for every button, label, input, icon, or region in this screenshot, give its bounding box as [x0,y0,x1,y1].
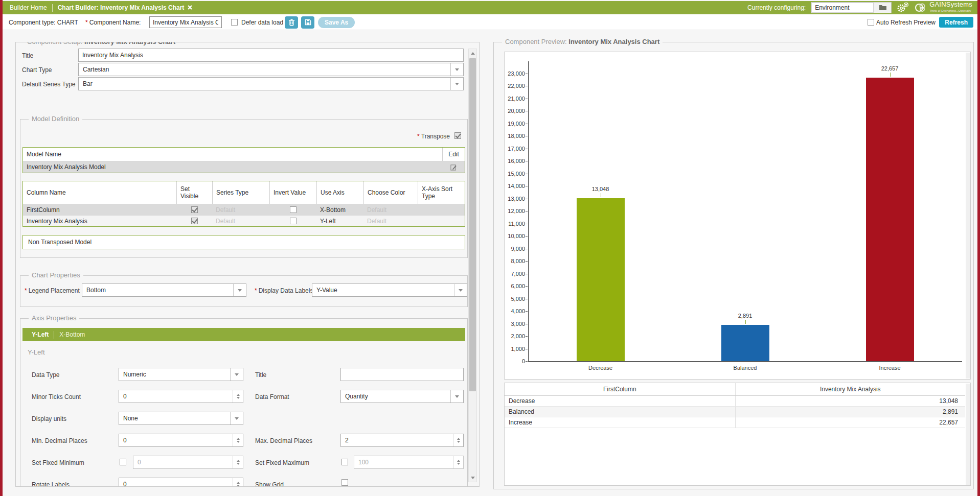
rotate-labels-label: Rotate Labels [32,481,70,487]
chevron-down-icon[interactable] [230,368,243,381]
rotate-labels-stepper[interactable]: 0 [119,478,243,487]
environment-input[interactable] [811,3,874,13]
display-data-labels-select[interactable]: Y-Value [312,284,467,297]
fixed-min-stepper[interactable]: 0 [133,456,243,469]
gainsystems-logo: GAINSystems Think of Everything...Optima… [914,2,972,13]
edit-model-button[interactable] [442,161,465,173]
column-row-firstcolumn[interactable]: FirstColumn Default X-Bottom Default [23,204,465,215]
fixed-max-stepper[interactable]: 100 [354,456,464,469]
non-transposed-model-box[interactable]: Non Transposed Model [22,235,465,249]
y-axis-line [528,61,529,361]
scroll-down-icon[interactable] [469,474,476,482]
table-scroll-track[interactable] [966,384,970,485]
scrollbar-thumb[interactable] [469,58,476,391]
column-name-header: Column Name [23,181,176,204]
table-row[interactable]: Balanced 2,891 [505,407,965,417]
chevron-down-icon[interactable] [233,284,246,296]
auto-refresh-checkbox[interactable] [868,19,874,26]
y-axis-tick-mark [526,111,528,111]
y-axis-tick-mark [526,311,528,312]
component-type-label: Component type: CHART [9,14,78,30]
y-axis-tick-label: 7,000 [505,271,525,277]
component-preview-legend: Component Preview: Inventory Mix Analysi… [502,38,663,45]
chart-title-input[interactable] [78,49,464,62]
chevron-down-icon[interactable] [454,284,467,296]
floppy-icon [305,19,311,26]
model-row-name: Inventory Mix Analysis Model [23,161,442,173]
setup-scrollbar[interactable] [468,49,477,482]
tab-close-icon[interactable] [188,4,192,11]
chevron-down-icon[interactable] [450,63,463,76]
scroll-up-icon[interactable] [469,49,476,57]
stepper-arrows-icon[interactable] [233,434,243,446]
y-axis-tick-mark [526,174,528,174]
chevron-down-icon[interactable] [450,78,463,90]
refresh-button[interactable]: Refresh [939,17,973,28]
y-axis-tick-label: 21,000 [505,96,525,102]
chart-scroll-track[interactable] [966,53,970,379]
minor-ticks-label: Minor Ticks Count [32,393,81,400]
title-label: Title [22,52,33,59]
chevron-down-icon[interactable] [450,390,463,403]
tab-x-bottom[interactable]: X-Bottom [59,331,85,338]
display-units-select[interactable]: None [119,412,243,425]
xaxis-sort-header: X-Axis Sort Type [418,181,465,204]
stepper-arrows-icon[interactable] [453,434,463,446]
x-axis-category-label: Balanced [715,365,776,371]
invert-value-checkbox[interactable] [290,218,297,224]
y-axis-tick-mark [526,236,528,237]
legend-placement-select[interactable]: Bottom [82,284,246,297]
axis-title-input[interactable] [340,368,464,381]
breadcrumb-builder-home[interactable]: Builder Home [10,4,47,11]
y-axis-tick-mark [526,261,528,262]
show-grid-checkbox[interactable] [341,479,348,486]
data-format-select[interactable]: Quantity [340,390,464,403]
set-visible-checkbox[interactable] [191,218,198,224]
trash-icon [288,19,295,26]
tab-y-left[interactable]: Y-Left [32,331,49,338]
min-decimal-stepper[interactable]: 0 [119,434,243,447]
table-row[interactable]: Decrease 13,048 [505,396,965,407]
data-label-callout [745,320,746,324]
set-fixed-max-checkbox[interactable] [341,459,348,465]
tab-chart-builder[interactable]: Chart Builder: Inventory Mix Analysis Ch… [58,4,185,11]
component-name-input[interactable] [149,16,222,28]
app-window: Builder Home Chart Builder: Inventory Mi… [0,0,980,496]
open-environment-icon[interactable] [874,3,891,13]
chart-type-select[interactable]: Cartesian [78,63,464,76]
chart-bar-decrease[interactable] [577,198,625,361]
chevron-down-icon[interactable] [230,412,243,424]
stepper-arrows-icon[interactable] [233,478,243,487]
invert-value-checkbox[interactable] [290,206,297,213]
chart-bar-increase[interactable] [866,78,914,361]
model-definition-legend: Model Definition [29,115,82,123]
edit-header: Edit [442,148,465,161]
data-label-callout [890,73,891,77]
chart-bar-balanced[interactable] [721,325,769,361]
environment-input-group [811,2,892,13]
settings-gears-icon[interactable] [897,2,909,14]
brand-name: GAINSystems [929,1,972,8]
stepper-arrows-icon[interactable] [233,456,243,468]
transpose-checkbox[interactable] [454,132,461,139]
axis-section-title: Y-Left [28,348,45,356]
save-as-button[interactable]: Save As [318,17,355,28]
model-row[interactable]: Inventory Mix Analysis Model [23,161,465,173]
column-row-inventory-mix[interactable]: Inventory Mix Analysis Default Y-Left De… [23,215,465,226]
top-bar: Builder Home Chart Builder: Inventory Mi… [3,1,977,14]
y-axis-tick-label: 19,000 [505,121,525,127]
table-row[interactable]: Increase 22,657 [505,417,965,428]
max-decimal-stepper[interactable]: 2 [340,434,464,447]
set-visible-checkbox[interactable] [191,206,198,213]
stepper-arrows-icon[interactable] [233,390,243,403]
minor-ticks-stepper[interactable]: 0 [119,390,243,403]
stepper-arrows-icon[interactable] [453,456,463,468]
x-axis-category-label: Decrease [570,365,631,371]
set-fixed-min-checkbox[interactable] [120,459,126,465]
defer-data-load-checkbox[interactable] [231,19,238,26]
delete-button[interactable] [285,16,298,29]
default-series-type-select[interactable]: Bar [78,77,464,90]
save-button[interactable] [301,16,314,29]
axis-title-label: Title [255,371,266,379]
data-type-select[interactable]: Numeric [119,368,243,381]
